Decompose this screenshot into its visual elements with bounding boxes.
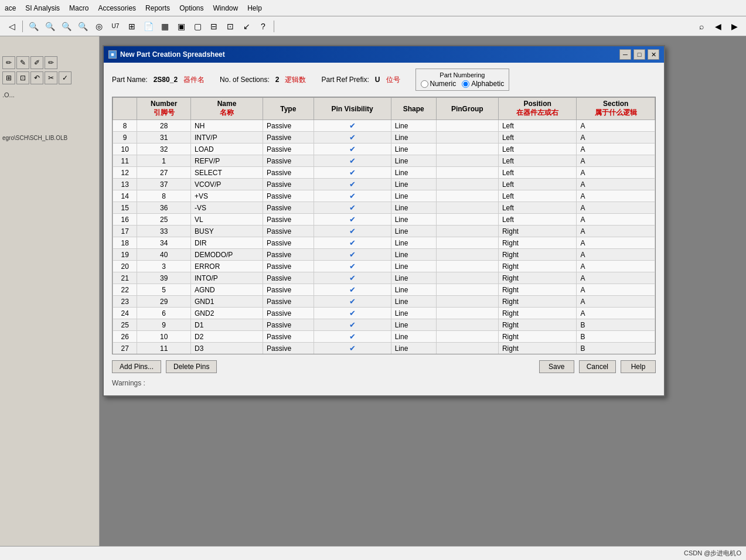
radio-numeric-label: Numeric <box>430 80 457 88</box>
table-row[interactable]: 14 8 +VS Passive ✔ Line Left A <box>113 190 655 202</box>
table-row[interactable]: 9 31 INTV/P Passive ✔ Line Left A <box>113 132 655 144</box>
left-btn-8[interactable]: ✂ <box>45 71 57 84</box>
check-icon: ✔ <box>349 156 356 165</box>
dialog-title-left: ■ New Part Creation Spreadsheet <box>108 50 225 59</box>
table-row[interactable]: 18 34 DIR Passive ✔ Line Right A <box>113 237 655 249</box>
left-btn-1[interactable]: ✏ <box>2 56 15 69</box>
toolbar-layout-btn[interactable]: ⊟ <box>207 19 221 33</box>
toolbar-zoom3-btn[interactable]: 🔍 <box>59 19 73 33</box>
cell-section: A <box>577 284 655 296</box>
table-row[interactable]: 27 11 D3 Passive ✔ Line Right B <box>113 343 655 354</box>
menu-si-analysis[interactable]: SI Analysis <box>25 4 60 12</box>
left-path-label: .O... <box>2 91 15 98</box>
radio-alphabetic[interactable]: Alphabetic <box>462 80 504 88</box>
left-btn-5[interactable]: ⊞ <box>2 71 15 84</box>
toolbar-zoom1-btn[interactable]: 🔍 <box>26 19 40 33</box>
toolbar-zoom2-btn[interactable]: 🔍 <box>43 19 57 33</box>
toolbar-table-btn[interactable]: ▦ <box>158 19 172 33</box>
toolbar-eye-btn[interactable]: ◎ <box>92 19 106 33</box>
cell-name: AGND <box>191 284 263 296</box>
table-row[interactable]: 26 10 D2 Passive ✔ Line Right B <box>113 331 655 343</box>
help-button[interactable]: Help <box>621 360 656 373</box>
toolbar-doc-btn[interactable]: 📄 <box>141 19 155 33</box>
table-row[interactable]: 25 9 D1 Passive ✔ Line Right B <box>113 319 655 331</box>
pin-table: Number 引脚号 Name 名称 Type Pin Visibility S… <box>113 97 655 354</box>
menu-window[interactable]: Window <box>213 4 238 12</box>
toolbar-grid-btn[interactable]: ⊞ <box>125 19 139 33</box>
table-row[interactable]: 20 3 ERROR Passive ✔ Line Right A <box>113 261 655 272</box>
cell-number: 1 <box>137 155 191 167</box>
table-row[interactable]: 16 25 VL Passive ✔ Line Left A <box>113 214 655 226</box>
table-row[interactable]: 17 33 BUSY Passive ✔ Line Right A <box>113 226 655 237</box>
toolbar-frame-btn[interactable]: ▢ <box>190 19 205 33</box>
left-btn-3[interactable]: ✐ <box>30 56 43 69</box>
col-type: Type <box>263 98 314 120</box>
dialog-close-btn[interactable]: ✕ <box>648 49 659 60</box>
menu-reports[interactable]: Reports <box>145 4 170 12</box>
table-row[interactable]: 12 27 SELECT Passive ✔ Line Left A <box>113 167 655 179</box>
cell-vis: ✔ <box>314 249 391 261</box>
table-row[interactable]: 19 40 DEMODO/P Passive ✔ Line Right A <box>113 249 655 261</box>
toolbar-search-btn[interactable]: ⌕ <box>694 19 708 33</box>
cell-name: REFV/P <box>191 155 263 167</box>
radio-alphabetic-input[interactable] <box>462 80 469 88</box>
menu-options[interactable]: Options <box>179 4 203 12</box>
col-pingroup: PinGroup <box>436 98 498 120</box>
cell-section: B <box>577 343 655 354</box>
cell-number: 34 <box>137 237 191 249</box>
sections-chinese: 逻辑数 <box>285 75 306 85</box>
cell-position: Left <box>498 155 577 167</box>
left-btn-4[interactable]: ✏ <box>45 56 57 69</box>
check-icon: ✔ <box>349 250 356 259</box>
cell-vis: ✔ <box>314 120 391 132</box>
toolbar-prev-btn[interactable]: ◀ <box>711 19 725 33</box>
table-row[interactable]: 10 32 LOAD Passive ✔ Line Left A <box>113 144 655 155</box>
cell-shape: Line <box>391 296 436 308</box>
cell-type: Passive <box>263 120 314 132</box>
cell-section: A <box>577 202 655 214</box>
table-row[interactable]: 11 1 REFV/P Passive ✔ Line Left A <box>113 155 655 167</box>
cell-number: 31 <box>137 132 191 144</box>
table-row[interactable]: 13 37 VCOV/P Passive ✔ Line Left A <box>113 179 655 190</box>
add-pins-button[interactable]: Add Pins... <box>112 360 161 373</box>
table-row[interactable]: 21 39 INTO/P Passive ✔ Line Right A <box>113 272 655 284</box>
dialog-title: New Part Creation Spreadsheet <box>120 50 225 59</box>
table-row[interactable]: 15 36 -VS Passive ✔ Line Left A <box>113 202 655 214</box>
table-row[interactable]: 8 28 NH Passive ✔ Line Left A <box>113 120 655 132</box>
radio-numeric[interactable]: Numeric <box>421 80 457 88</box>
left-btn-9[interactable]: ✓ <box>59 71 71 84</box>
cell-position: Right <box>498 354 577 355</box>
menu-macro[interactable]: Macro <box>69 4 88 12</box>
table-row[interactable]: 23 29 GND1 Passive ✔ Line Right A <box>113 296 655 308</box>
toolbar-back-btn[interactable]: ◁ <box>5 19 19 33</box>
toolbar-arrow-btn[interactable]: ↙ <box>240 19 254 33</box>
table-row[interactable]: 24 6 GND2 Passive ✔ Line Right A <box>113 308 655 319</box>
toolbar-next-btn[interactable]: ▶ <box>727 19 741 33</box>
left-btn-2[interactable]: ✎ <box>16 56 29 69</box>
delete-pins-button[interactable]: Delete Pins <box>166 360 217 373</box>
radio-numeric-input[interactable] <box>421 80 428 88</box>
dialog-minimize-btn[interactable]: ─ <box>619 49 631 60</box>
cell-position: Right <box>498 272 577 284</box>
toolbar-u7-btn[interactable]: U7 <box>108 19 122 33</box>
cell-position: Left <box>498 132 577 144</box>
left-btn-6[interactable]: ⊡ <box>16 71 29 84</box>
toolbar-copy-btn[interactable]: ⊡ <box>223 19 237 33</box>
left-btn-7[interactable]: ↶ <box>30 71 43 84</box>
table-row[interactable]: 28 12 D4 Passive ✔ Line Right B <box>113 354 655 355</box>
dialog-content: Part Name: 2S80_2 器件名 No. of Sections: 2… <box>104 63 664 395</box>
table-row[interactable]: 22 5 AGND Passive ✔ Line Right A <box>113 284 655 296</box>
menu-accessories[interactable]: Accessories <box>98 4 136 12</box>
cell-name: VCOV/P <box>191 179 263 190</box>
menu-help[interactable]: Help <box>247 4 262 12</box>
toolbar-zoom4-btn[interactable]: 🔍 <box>76 19 90 33</box>
menu-ace[interactable]: ace <box>5 4 16 12</box>
pin-table-container[interactable]: Number 引脚号 Name 名称 Type Pin Visibility S… <box>112 97 656 354</box>
toolbar-chip-btn[interactable]: ▣ <box>174 19 188 33</box>
toolbar-help-btn[interactable]: ? <box>256 19 270 33</box>
cancel-button[interactable]: Cancel <box>579 360 616 373</box>
cell-rownum: 10 <box>113 144 137 155</box>
dialog-maximize-btn[interactable]: □ <box>633 49 645 60</box>
cell-shape: Line <box>391 190 436 202</box>
save-button[interactable]: Save <box>539 360 574 373</box>
